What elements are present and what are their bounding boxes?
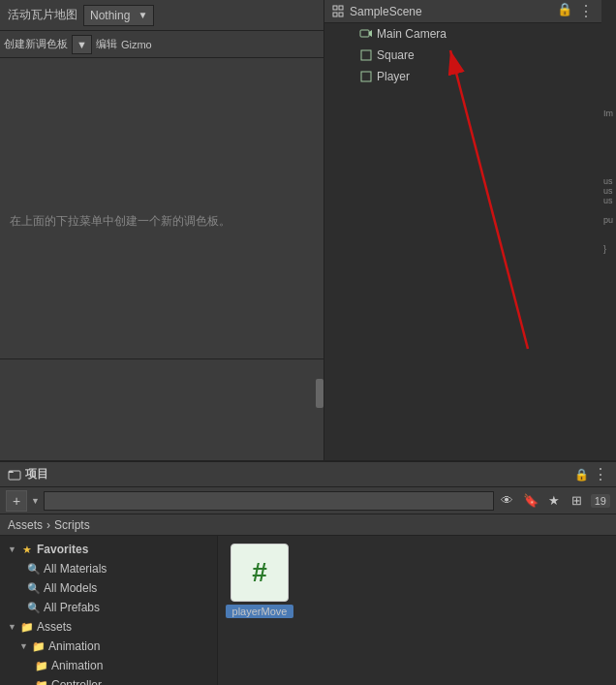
svg-rect-3 xyxy=(339,13,343,16)
main-camera-label: Main Camera xyxy=(377,27,447,41)
controller-item[interactable]: 📁 Controller xyxy=(0,675,217,685)
project-toolbar: + ▼ 👁 🔖 ★ ⊞ 19 xyxy=(0,487,616,514)
sample-scene-header: SampleScene 🔒 ⋮ xyxy=(324,0,601,23)
active-tilemap-label: 活动瓦片地图 xyxy=(8,7,77,23)
breadcrumb: Assets › Scripts xyxy=(8,518,90,532)
favorites-label: Favorites xyxy=(37,543,88,556)
item-count-badge: 19 xyxy=(591,494,610,508)
eye-icon-button[interactable]: 👁 xyxy=(498,491,517,511)
all-materials-item[interactable]: 🔍 All Materials xyxy=(0,559,217,578)
tilemap-dropdown[interactable]: Nothing ▼ xyxy=(83,5,154,26)
search-input[interactable] xyxy=(48,495,489,507)
folder-open-icon xyxy=(8,468,21,482)
scripts-crumb[interactable]: Scripts xyxy=(54,518,90,532)
breadcrumb-separator: › xyxy=(46,518,50,532)
svg-rect-2 xyxy=(333,13,337,16)
square-label: Square xyxy=(377,48,415,62)
svg-rect-7 xyxy=(361,72,371,81)
script-file-name: playerMove xyxy=(226,605,293,618)
project-panel: 项目 🔒 ⋮ + ▼ 👁 🔖 ★ ⊞ 19 Assets › Scripts xyxy=(0,460,616,685)
assets-label: Assets xyxy=(37,620,72,634)
sample-scene-title: SampleScene xyxy=(350,5,422,18)
camera-icon xyxy=(359,27,373,41)
create-palette-label: 创建新调色板 xyxy=(4,37,68,51)
hierarchy-item-square[interactable]: Square xyxy=(324,45,601,66)
project-panel-title: 项目 xyxy=(25,466,48,483)
chevron-down-icon: ▼ xyxy=(138,10,147,20)
grid-icon-button[interactable]: ⊞ xyxy=(568,491,587,511)
mesh-icon xyxy=(359,48,373,62)
folder-icon: 📁 xyxy=(35,678,48,685)
svg-rect-0 xyxy=(333,6,337,10)
project-sidebar: ▼ ★ Favorites 🔍 All Materials 🔍 All Mode… xyxy=(0,536,218,685)
svg-rect-1 xyxy=(339,6,343,10)
hash-symbol: # xyxy=(252,557,267,588)
project-options-icon[interactable]: ⋮ xyxy=(593,465,608,483)
tilemap-dropdown-value: Nothing xyxy=(90,9,130,22)
create-palette-dropdown[interactable]: ▼ xyxy=(72,35,92,54)
star-icon: ★ xyxy=(20,543,34,556)
animation-child-item[interactable]: 📁 Animation xyxy=(0,656,217,675)
all-materials-label: All Materials xyxy=(44,562,107,576)
breadcrumb-bar: Assets › Scripts xyxy=(0,514,616,536)
assets-crumb[interactable]: Assets xyxy=(8,518,43,532)
player-mesh-icon xyxy=(359,70,373,83)
add-button[interactable]: + xyxy=(6,490,27,512)
folder-icon: 📁 xyxy=(32,639,46,653)
hierarchy-icon xyxy=(332,5,346,18)
star-icon-button[interactable]: ★ xyxy=(544,491,564,511)
animation-sub-label: Animation xyxy=(51,659,103,672)
all-models-item[interactable]: 🔍 All Models xyxy=(0,578,217,598)
options-icon[interactable]: ⋮ xyxy=(578,2,594,20)
search-icon: 🔍 xyxy=(27,563,41,576)
hierarchy-item-player[interactable]: Player xyxy=(324,66,601,87)
inspector-strip: Im us us us pu } xyxy=(601,107,616,358)
search-icon: 🔍 xyxy=(27,602,41,614)
favorites-section: ▼ ★ Favorites xyxy=(0,540,217,559)
edit-label: 编辑 xyxy=(96,37,117,51)
project-body: ▼ ★ Favorites 🔍 All Materials 🔍 All Mode… xyxy=(0,536,616,685)
search-bar[interactable] xyxy=(44,491,494,511)
all-prefabs-label: All Prefabs xyxy=(44,601,100,614)
folder-icon: 📁 xyxy=(35,659,48,672)
lock-icon[interactable]: 🔒 xyxy=(557,2,572,20)
animation-group[interactable]: ▼ 📁 Animation xyxy=(0,637,217,656)
script-file-player-move[interactable]: # playerMove xyxy=(226,544,293,618)
lock-icon[interactable]: 🔒 xyxy=(574,468,589,482)
palette-create-bar: 创建新调色板 ▼ 编辑 Gizmo xyxy=(0,31,323,58)
hierarchy-list: Main Camera Square Player xyxy=(324,23,601,87)
add-dropdown-arrow[interactable]: ▼ xyxy=(31,496,40,506)
script-file-icon: # xyxy=(231,544,289,602)
tile-map-panel: 活动瓦片地图 Nothing ▼ 创建新调色板 ▼ 编辑 Gizmo 在上面的下… xyxy=(0,0,324,358)
hierarchy-actions: 🔒 ⋮ xyxy=(557,2,594,20)
search-icon: 🔍 xyxy=(27,582,41,595)
player-label: Player xyxy=(377,70,410,83)
bookmark-icon-button[interactable]: 🔖 xyxy=(521,491,540,511)
all-models-label: All Models xyxy=(44,581,97,595)
project-header: 项目 🔒 ⋮ xyxy=(0,462,616,487)
active-tilemap-bar: 活动瓦片地图 Nothing ▼ xyxy=(0,0,323,31)
svg-rect-4 xyxy=(360,30,369,37)
svg-rect-6 xyxy=(361,50,371,60)
animation-label: Animation xyxy=(48,639,100,653)
project-header-actions: 🔒 ⋮ xyxy=(574,465,608,483)
folder-icon: 📁 xyxy=(20,620,34,634)
center-info-message: 在上面的下拉菜单中创建一个新的调色板。 xyxy=(10,213,231,230)
all-prefabs-item[interactable]: 🔍 All Prefabs xyxy=(0,598,217,617)
controller-label: Controller xyxy=(51,678,102,685)
gizmo-label: Gizmo xyxy=(121,39,152,50)
project-content-area: # playerMove xyxy=(218,536,616,685)
assets-section: ▼ 📁 Assets xyxy=(0,617,217,637)
hierarchy-item-main-camera[interactable]: Main Camera xyxy=(324,23,601,45)
svg-line-9 xyxy=(450,50,528,349)
